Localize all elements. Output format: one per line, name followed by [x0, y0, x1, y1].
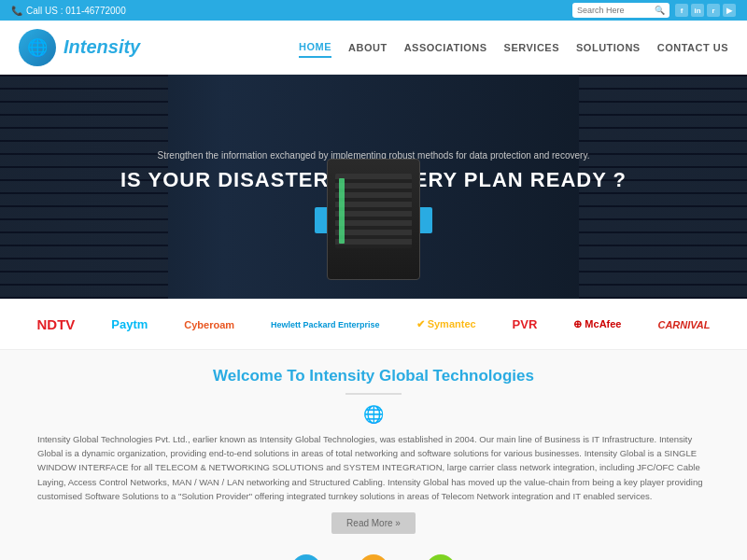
server-box: [327, 159, 420, 280]
nav-about[interactable]: ABOUT: [348, 38, 388, 57]
mcafee-label: ⊕ McAfee: [573, 318, 621, 330]
nav-solutions[interactable]: SOLUTIONS: [576, 38, 641, 57]
paytm-label: Paytm: [111, 317, 148, 331]
partner-carnival: CARNIVAL: [657, 319, 710, 330]
bottom-icons-row: 🌐 ⚙ ✔: [0, 545, 747, 560]
top-bar: 📞 Call US : 011-46772000 🔍 f in r ▶: [0, 0, 747, 21]
welcome-title: Welcome To Intensity Global Technologies: [37, 367, 710, 385]
logo: 🌐 Intensity: [19, 29, 140, 66]
welcome-body: Intensity Global Technologies Pvt. Ltd.,…: [37, 432, 710, 503]
hp-label: Hewlett Packard Enterprise: [271, 320, 380, 329]
nav-services[interactable]: SERVICES: [504, 38, 559, 57]
symantec-label: ✔ Symantec: [416, 318, 476, 330]
section-globe-icon: 🌐: [37, 404, 710, 425]
partners-strip: NDTV Paytm Cyberoam Hewlett Packard Ente…: [0, 299, 747, 350]
partner-symantec: ✔ Symantec: [416, 318, 476, 330]
social-icons: f in r ▶: [675, 4, 736, 17]
main-nav: HOME ABOUT ASSOCIATIONS SERVICES SOLUTIO…: [299, 37, 728, 58]
icon-network: 🌐: [291, 554, 321, 560]
icon-service: ⚙: [359, 554, 388, 560]
search-icon: 🔍: [655, 6, 665, 15]
partner-mcafee: ⊕ McAfee: [573, 318, 621, 330]
top-bar-right: 🔍 f in r ▶: [572, 3, 736, 18]
bottom-icon-1: 🌐: [291, 554, 321, 560]
facebook-icon[interactable]: f: [675, 4, 688, 17]
welcome-section: Welcome To Intensity Global Technologies…: [0, 350, 747, 545]
bottom-icon-2: ⚙: [359, 554, 388, 560]
partner-cyberoam: Cyberoam: [184, 319, 234, 330]
rss-icon[interactable]: r: [707, 4, 720, 17]
cyberoam-label: Cyberoam: [184, 319, 234, 330]
read-more-button[interactable]: Read More »: [331, 512, 416, 534]
header: 🌐 Intensity HOME ABOUT ASSOCIATIONS SERV…: [0, 21, 747, 75]
server-image: [308, 159, 439, 299]
partner-ndtv: NDTV: [36, 316, 75, 332]
contact-info: 📞 Call US : 011-46772000: [11, 6, 126, 16]
nav-home[interactable]: HOME: [299, 37, 331, 58]
search-box[interactable]: 🔍: [572, 3, 669, 18]
linkedin-icon[interactable]: in: [691, 4, 704, 17]
nav-contact[interactable]: CONTACT US: [657, 38, 728, 57]
icon-solution: ✔: [426, 554, 456, 560]
partner-hp: Hewlett Packard Enterprise: [271, 320, 380, 329]
logo-circle: 🌐: [19, 29, 56, 66]
welcome-prefix: Welcome To: [213, 367, 309, 385]
hero-section: Strengthen the information exchanged by …: [0, 75, 747, 299]
divider: [345, 393, 402, 395]
nav-associations[interactable]: ASSOCIATIONS: [404, 38, 487, 57]
phone-number: Call US : 011-46772000: [26, 6, 126, 16]
search-input[interactable]: [577, 6, 652, 15]
bottom-icon-3: ✔: [426, 554, 456, 560]
carnival-label: CARNIVAL: [657, 319, 710, 330]
ndtv-label: NDTV: [36, 316, 75, 332]
globe-icon: 🌐: [27, 37, 48, 58]
partner-pvr: PVR: [513, 317, 538, 331]
welcome-company: Intensity Global Technologies: [309, 367, 534, 385]
logo-text: Intensity: [63, 36, 140, 58]
phone-icon: 📞: [11, 6, 22, 16]
youtube-icon[interactable]: ▶: [723, 4, 736, 17]
pvr-label: PVR: [513, 317, 538, 331]
partner-paytm: Paytm: [111, 317, 148, 331]
